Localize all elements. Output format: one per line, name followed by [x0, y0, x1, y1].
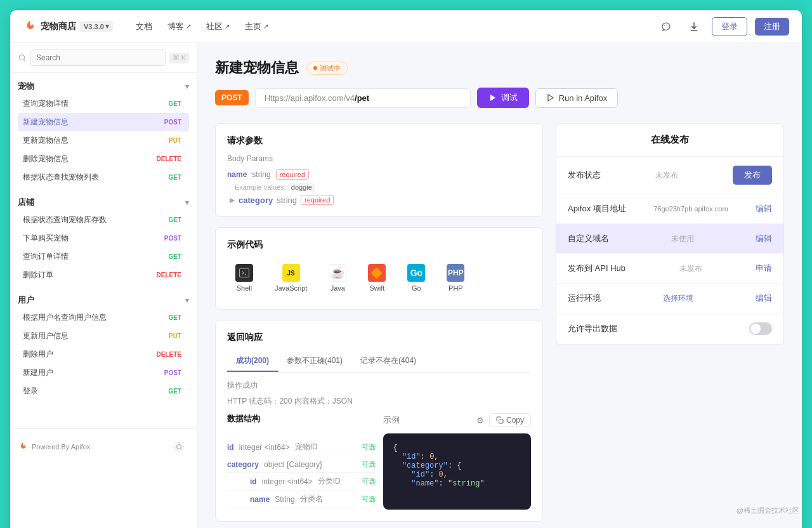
publish-button[interactable]: 发布 — [733, 166, 772, 185]
edit-url-button[interactable]: 编辑 — [756, 203, 772, 214]
play-icon — [488, 93, 497, 102]
status-badge: 测试中 — [306, 62, 348, 75]
apifox-logo-icon — [18, 442, 28, 452]
resp-http: HTTP 状态码：200 内容格式：JSON — [227, 396, 531, 407]
resp-tab-404[interactable]: 记录不存在(404) — [351, 351, 425, 372]
svg-marker-3 — [548, 95, 553, 102]
struct-row-category: category object {Category} 可选 — [227, 456, 376, 473]
code-tab-js[interactable]: JS JavaScript — [266, 258, 315, 298]
request-params-title: 请求参数 — [227, 135, 531, 147]
nav-community[interactable]: 社区 ↗ — [206, 21, 230, 32]
struct-row-sub-id: id integer <int64> 分类ID 可选 — [227, 473, 376, 491]
method-badge: PUT — [166, 136, 184, 145]
export-toggle[interactable] — [749, 322, 772, 335]
sidebar-item-stock[interactable]: 根据状态查询宠物库存数 GET — [18, 211, 189, 229]
two-col-layout: 请求参数 Body Params name string required Ex… — [215, 123, 784, 528]
example-code-title: 示例代码 — [227, 239, 531, 251]
code-tab-swift[interactable]: 🔶 Swift — [360, 258, 394, 298]
sidebar-item-delete-order[interactable]: 删除订单 DELETE — [18, 266, 189, 284]
sidebar-item-user-new[interactable]: 新建用户 POST — [18, 364, 189, 382]
java-icon: ☕ — [329, 264, 346, 282]
sidebar-item-update-pet[interactable]: 更新宠物信息 PUT — [18, 131, 189, 150]
sidebar-item-user-delete[interactable]: 删除用户 DELETE — [18, 345, 189, 364]
method-badge: POST — [162, 369, 184, 377]
code-tab-php[interactable]: PHP PHP — [438, 258, 473, 298]
section-header-shop[interactable]: 店铺 ▾ — [18, 194, 189, 211]
struct-row-sub-name: name String 分类名 可选 — [227, 491, 376, 508]
sidebar-item-pet-list[interactable]: 根据状态查找宠物列表 GET — [18, 168, 189, 187]
nav-blog[interactable]: 博客 ↗ — [167, 21, 191, 32]
sidebar-item-user-update[interactable]: 更新用户信息 PUT — [18, 327, 189, 345]
status-dot — [313, 66, 317, 70]
copy-button[interactable]: Copy — [489, 413, 531, 427]
method-badge: DELETE — [154, 155, 184, 163]
resp-status: 操作成功 — [227, 380, 531, 391]
nav-home[interactable]: 主页 ↗ — [245, 21, 268, 32]
code-tab-shell[interactable]: Shell — [227, 258, 261, 298]
method-badge: DELETE — [154, 271, 184, 279]
method-badge: POST — [162, 234, 184, 242]
resp-tab-success[interactable]: 成功(200) — [227, 351, 278, 372]
search-input[interactable] — [30, 50, 166, 66]
sidebar-item-order-detail[interactable]: 查询订单详情 GET — [18, 248, 189, 266]
svg-marker-2 — [490, 95, 495, 102]
svg-point-1 — [177, 445, 181, 449]
sidebar-item-order[interactable]: 下单购买宠物 POST — [18, 229, 189, 248]
param-category-row: ▶ category string required — [230, 195, 531, 205]
right-col: 在线发布 发布状态 未发布 发布 Apifox 项目地址 76ge23h7pb.… — [556, 123, 784, 528]
page-title-row: 新建宠物信息 测试中 — [215, 58, 784, 77]
edit-env-button[interactable]: 编辑 — [756, 293, 772, 304]
chevron-down-icon: ▾ — [185, 296, 189, 305]
edit-domain-button[interactable]: 编辑 — [756, 233, 772, 244]
url-display: Https://api.apifox.com/v4/pet — [255, 88, 471, 108]
nav-docs[interactable]: 文档 — [136, 21, 152, 32]
example-json-panel: { "id": 0, "category": { "id": 0, "name"… — [383, 433, 532, 510]
logo-area[interactable]: 宠物商店 V3.3.0 ▾ — [23, 20, 113, 34]
resp-tab-401[interactable]: 参数不正确(401) — [278, 351, 351, 372]
wechat-icon[interactable] — [656, 16, 676, 37]
external-link-icon — [546, 93, 555, 102]
example-json-col: 示例 ⚙ Copy — [383, 413, 532, 510]
method-badge: POST — [162, 118, 184, 126]
code-tab-java[interactable]: ☕ Java — [320, 258, 355, 298]
logo-text: 宠物商店 — [41, 21, 76, 32]
publish-row-apihub: 发布到 API Hub 未发布 申请 — [556, 254, 783, 284]
theme-toggle-icon[interactable] — [169, 437, 189, 457]
debug-button[interactable]: 调试 — [477, 88, 529, 108]
sidebar-item-pet-detail[interactable]: 查询宠物详情 GET — [18, 95, 189, 113]
header-nav: 文档 博客 ↗ 社区 ↗ 主页 ↗ — [136, 21, 643, 32]
sidebar: ⌘ K 宠物 ▾ 查询宠物详情 GET 新建宠物信息 POST — [10, 43, 197, 528]
example-actions: ⚙ Copy — [476, 413, 531, 427]
publish-row-url: Apifox 项目地址 76ge23h7pb.apifox.com 编辑 — [556, 194, 783, 224]
sidebar-item-login[interactable]: 登录 GET — [18, 382, 189, 400]
code-tab-go[interactable]: Go Go — [399, 258, 433, 298]
sidebar-item-new-pet[interactable]: 新建宠物信息 POST — [18, 113, 189, 131]
publish-header: 在线发布 — [556, 124, 783, 157]
header-right: 登录 注册 — [656, 16, 789, 37]
method-badge: PUT — [166, 332, 184, 340]
example-title: 示例 — [383, 414, 400, 426]
search-icon — [18, 53, 27, 62]
apply-button[interactable]: 申请 — [756, 263, 772, 274]
url-bar: POST Https://api.apifox.com/v4/pet 调试 Ru… — [215, 88, 784, 108]
method-badge: GET — [166, 387, 184, 395]
powered-by: Powered By Apifox — [18, 442, 90, 452]
register-button[interactable]: 注册 — [755, 18, 789, 36]
param-example-name: Example values: doggie — [235, 183, 531, 191]
method-badge: GET — [166, 253, 184, 261]
settings-icon[interactable]: ⚙ — [476, 416, 484, 425]
method-badge: GET — [166, 314, 184, 322]
sidebar-item-user-query[interactable]: 根据用户名查询用户信息 GET — [18, 308, 189, 327]
sidebar-item-delete-pet[interactable]: 删除宠物信息 DELETE — [18, 150, 189, 168]
method-pill: POST — [215, 90, 249, 105]
download-icon[interactable] — [684, 16, 704, 37]
logo-icon — [23, 20, 37, 34]
section-header-pets[interactable]: 宠物 ▾ — [18, 78, 189, 95]
method-badge: GET — [166, 216, 184, 224]
method-badge: GET — [166, 173, 184, 182]
section-header-users[interactable]: 用户 ▾ — [18, 292, 189, 308]
login-button[interactable]: 登录 — [712, 17, 747, 36]
body-area: ⌘ K 宠物 ▾ 查询宠物详情 GET 新建宠物信息 POST — [10, 43, 802, 528]
run-button[interactable]: Run in Apifox — [535, 88, 619, 108]
version-badge[interactable]: V3.3.0 ▾ — [80, 21, 113, 32]
